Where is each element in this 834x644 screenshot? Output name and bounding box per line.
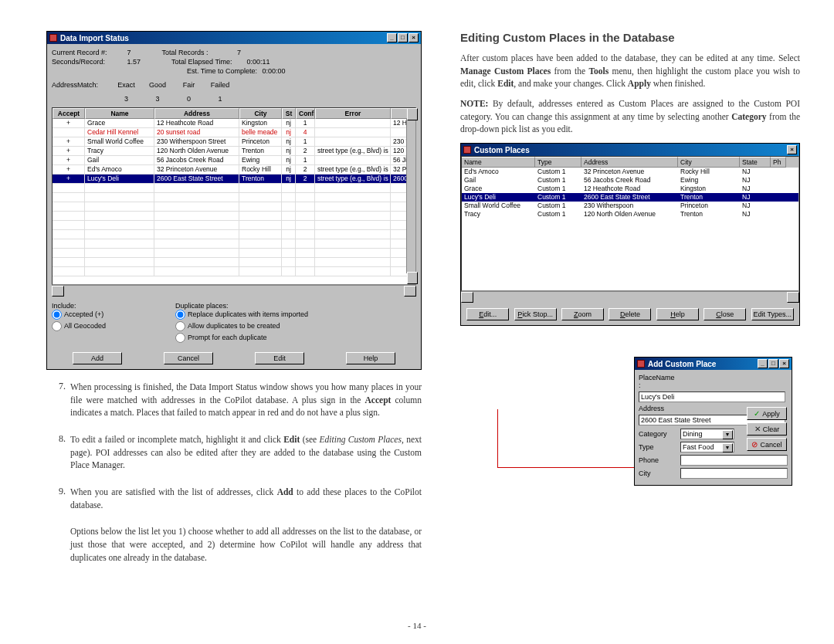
cp-close-button[interactable]: Close — [703, 308, 746, 320]
match-failed-label: Failed — [205, 81, 235, 89]
cancel-button[interactable]: Cancel — [164, 352, 213, 364]
acp-type-label: Type — [639, 443, 677, 451]
acp-phone-input[interactable] — [680, 455, 788, 466]
dialog-title: Data Import Status — [60, 34, 387, 42]
table-row[interactable]: Small World CoffeeCustom 1230 Witherspoo… — [462, 202, 798, 210]
header-accept[interactable]: Accept — [53, 108, 85, 119]
table-row[interactable]: Ed's AmocoCustom 132 Princeton AvenueRoc… — [462, 168, 798, 176]
table-row[interactable]: Cedar Hill Kennel20 sunset roadbelle mea… — [53, 128, 415, 137]
acp-cancel-button[interactable]: ⊘Cancel — [747, 438, 787, 451]
cp-header-address[interactable]: Address — [581, 157, 678, 168]
address-match-label: AddressMatch: — [52, 81, 110, 89]
table-row[interactable]: +Grace12 Heathcote RoadKingstonnj112 H — [53, 119, 415, 128]
acp-placename-label: PlaceName : — [639, 374, 677, 389]
match-exact-label: Exact — [112, 81, 141, 89]
duplicate-prompt-radio[interactable]: Prompt for each duplicate — [175, 333, 308, 343]
include-accepted-radio[interactable]: Accepted (+) — [52, 310, 106, 320]
table-row[interactable]: +Gail56 Jacobs Creek RoadEwingnj156 Ji — [53, 156, 415, 165]
cp-header-name[interactable]: Name — [462, 157, 535, 168]
acp-titlebar: Add Custom Place _ □ × — [635, 358, 792, 370]
cp-pick-button[interactable]: Pick Stop... — [514, 308, 557, 320]
check-icon: ✓ — [754, 411, 760, 417]
cp-header-state[interactable]: State — [740, 157, 771, 168]
cp-zoom-button[interactable]: Zoom — [561, 308, 604, 320]
cp-header-city[interactable]: City — [678, 157, 740, 168]
close-button[interactable]: × — [779, 359, 789, 368]
custom-places-grid[interactable]: Name Type Address City State Ph Ed's Amo… — [461, 156, 799, 291]
total-records-value: 7 — [237, 49, 241, 56]
current-record-label: Current Record #: — [52, 49, 125, 56]
paragraph-note: NOTE: By default, addresses entered as C… — [460, 97, 800, 136]
callout-arrow — [497, 467, 636, 468]
callout-arrow — [497, 409, 498, 467]
header-name[interactable]: Name — [85, 108, 154, 119]
cp-types-button[interactable]: Edit Types... — [751, 308, 794, 320]
table-row[interactable]: GailCustom 156 Jacobs Creek RoadEwingNJ — [462, 176, 798, 185]
header-city[interactable]: City — [239, 108, 282, 119]
list-num-8: 8. — [46, 433, 66, 479]
acp-city-input[interactable] — [680, 468, 788, 479]
table-row[interactable]: +Small World Coffee230 Witherspoon Stree… — [53, 137, 415, 147]
close-button[interactable]: × — [409, 33, 419, 42]
table-row[interactable]: +Ed's Amoco32 Princeton AvenueRocky Hill… — [53, 165, 415, 175]
include-label: Include: — [52, 302, 76, 310]
include-all-radio[interactable]: All Geocoded — [52, 321, 106, 331]
table-row[interactable]: Lucy's DeliCustom 12600 East State Stree… — [462, 193, 798, 202]
paragraph-1: After custom places have been added to t… — [460, 52, 800, 90]
header-address[interactable]: Address — [154, 108, 239, 119]
import-results-grid[interactable]: Accept Name Address City St Conf Error +… — [52, 107, 416, 285]
current-record-value: 7 — [127, 49, 131, 56]
list-text-8: To edit a failed or incomplete match, hi… — [70, 433, 422, 472]
list-text-9b: Options below the list let you 1) choose… — [70, 525, 422, 564]
cp-horizontal-scrollbar[interactable] — [461, 291, 799, 302]
table-row[interactable]: +Tracy120 North Olden AvenueTrentonnj2st… — [53, 147, 415, 156]
cp-header-ph[interactable]: Ph — [771, 157, 786, 168]
cp-edit-button[interactable]: Edit... — [466, 308, 509, 320]
acp-category-select[interactable]: Dining — [680, 429, 734, 439]
seconds-record-label: Seconds/Record: — [52, 58, 125, 66]
acp-type-select[interactable]: Fast Food — [680, 442, 734, 452]
header-conf[interactable]: Conf — [296, 108, 315, 119]
seconds-record-value: 1.57 — [127, 58, 141, 66]
match-exact-value: 3 — [112, 95, 141, 103]
help-button[interactable]: Help — [346, 352, 395, 364]
match-fair-label: Fair — [175, 81, 204, 89]
list-num-9: 9. — [46, 486, 66, 518]
cp-delete-button[interactable]: Delete — [609, 308, 651, 320]
list-text-7: When processing is finished, the Data Im… — [70, 381, 422, 419]
duplicate-allow-radio[interactable]: Allow duplicates to be created — [175, 321, 308, 331]
list-num-7: 7. — [46, 381, 66, 426]
acp-clear-button[interactable]: ✕Clear — [747, 422, 787, 436]
acp-address-label: Address — [639, 405, 677, 412]
edit-button[interactable]: Edit — [255, 352, 304, 364]
table-row[interactable]: GraceCustom 112 Heathcote RoadKingstonNJ — [462, 185, 798, 193]
cp-close-button[interactable]: × — [787, 145, 797, 154]
data-import-status-dialog: Data Import Status _ □ × Current Record … — [46, 31, 422, 370]
app-icon — [637, 360, 645, 368]
page-number: - 14 - — [408, 621, 426, 630]
acp-placename-input[interactable] — [639, 391, 785, 402]
vertical-scrollbar[interactable] — [406, 119, 415, 273]
total-elapsed-value: 0:00:11 — [247, 58, 270, 66]
match-good-label: Good — [143, 81, 172, 89]
cancel-icon: ⊘ — [751, 442, 758, 448]
cp-help-button[interactable]: Help — [656, 308, 699, 320]
table-row[interactable]: TracyCustom 1120 North Olden AvenueTrent… — [462, 210, 798, 219]
cp-titlebar: Custom Places × — [461, 144, 799, 156]
maximize-button[interactable]: □ — [398, 33, 408, 42]
est-time-label: Est. Time to Complete: — [187, 67, 260, 75]
header-st[interactable]: St — [282, 108, 296, 119]
acp-category-label: Category — [639, 430, 677, 438]
minimize-button[interactable]: _ — [758, 359, 768, 368]
horizontal-scrollbar[interactable] — [52, 285, 416, 296]
cp-header-type[interactable]: Type — [535, 157, 581, 168]
acp-apply-button[interactable]: ✓Apply — [747, 407, 787, 420]
maximize-button[interactable]: □ — [768, 359, 778, 368]
table-row[interactable]: +Lucy's Deli2600 East State StreetTrento… — [53, 175, 415, 184]
add-button[interactable]: Add — [73, 352, 122, 364]
titlebar: Data Import Status _ □ × — [47, 32, 421, 44]
duplicate-replace-radio[interactable]: Replace duplicates with items imported — [175, 310, 308, 320]
header-error[interactable]: Error — [315, 108, 391, 119]
add-custom-place-dialog: Add Custom Place _ □ × PlaceName : Addre… — [634, 357, 792, 486]
minimize-button[interactable]: _ — [387, 33, 397, 42]
